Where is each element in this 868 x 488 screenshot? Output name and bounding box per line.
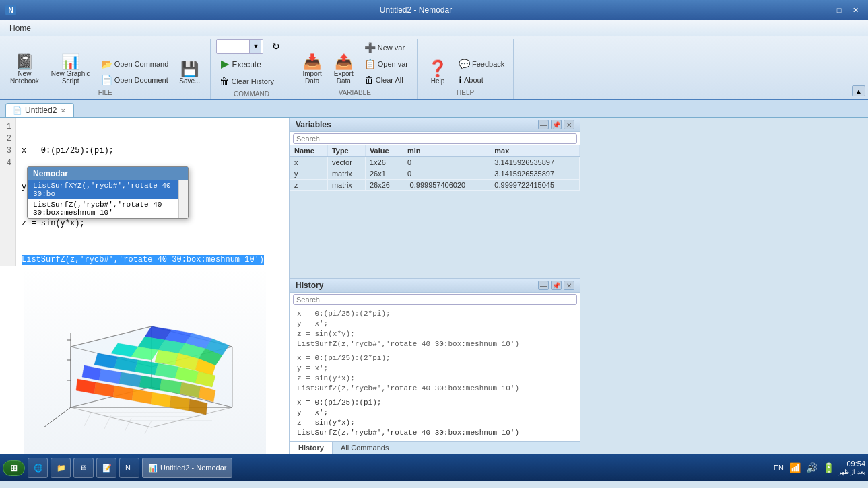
command-group-label: COMMAND [216,90,286,98]
minimize-button[interactable]: – [815,4,830,16]
table-row[interactable]: zmatrix26x26-0.9999574060200.99997224150… [290,180,580,191]
taskbar-lang-icon: EN [772,462,785,473]
history-entry[interactable]: ListSurfZ(z,'rycb#','rotate 40 30:box:me… [296,384,574,394]
history-entry[interactable]: x = 0:(pi/25):(2*pi); [296,309,574,319]
about-button[interactable]: ℹ About [455,73,508,88]
history-entry[interactable]: y = x'; [296,408,574,418]
export-label: Export Data [334,70,354,85]
help-button[interactable]: ❓ Help [423,58,453,88]
cell-name: y [290,168,327,180]
folder-button[interactable]: 📁 [51,458,71,478]
active-window-button[interactable]: 📊 Untitled2 - Nemodar [142,458,232,478]
execute-button[interactable]: ▶ Execute [216,56,270,72]
history-search-area [290,293,580,306]
clock-ampm: بعد از ظهر [838,468,865,477]
line-number: 2 [4,133,11,145]
import-button[interactable]: 📥 Import Data [298,52,326,88]
dropdown-arrow[interactable]: ▼ [249,40,261,53]
clear-all-label: Clear All [376,76,403,84]
open-command-button[interactable]: 📂 Open Command [98,57,172,71]
history-entry[interactable]: y = x'; [296,319,574,329]
col-name: Name [290,145,327,157]
open-document-label: Open Document [114,76,168,84]
maximize-button[interactable]: □ [832,4,846,16]
cell-min: 0 [403,168,490,180]
app-icon: N [5,5,16,15]
history-close-button[interactable]: ✕ [564,281,574,290]
window-controls: – □ ✕ [815,4,863,16]
history-panel-header: History — 📌 ✕ [290,279,580,293]
autocomplete-item-0[interactable]: ListSurfXYZ(,'rycb#','rotate 40 30:bo [28,180,178,199]
window-title: Untitled2 - Nemodar [16,5,815,15]
col-max: max [490,145,580,157]
tab-close-button[interactable]: × [59,106,66,114]
history-search-input[interactable] [293,294,577,305]
menu-bar: Home [0,20,868,36]
windows-icon: ⊞ [10,463,18,473]
clear-history-icon: 🗑 [220,76,229,87]
cell-type: vector [327,157,365,168]
open-document-button[interactable]: 📄 Open Document [98,73,172,88]
new-script-button[interactable]: 📊 New Graphic Script [46,52,95,88]
cell-min: -0.999957406020 [403,180,490,191]
history-entry[interactable]: z = sin(y*x); [296,418,574,428]
export-button[interactable]: 📤 Export Data [329,52,358,88]
history-entry[interactable]: ListSurfZ(z,'rycb#','rotate 40 30:box:me… [296,339,574,349]
cell-max: 3.1415926535897 [490,157,580,168]
clear-history-label: Clear History [231,77,274,85]
clear-all-button[interactable]: 🗑 Clear All [361,73,411,88]
media-button[interactable]: 🖥 [73,458,94,478]
clear-all-icon: 🗑 [364,75,374,85]
start-button[interactable]: ⊞ [3,460,25,476]
dropdown-refresh-button[interactable]: ↻ [266,39,286,54]
table-row[interactable]: ymatrix26x103.1415926535897 [290,168,580,180]
feedback-button[interactable]: 💬 Feedback [455,57,508,71]
col-type: Type [327,145,365,157]
tab-untitled2[interactable]: 📄 Untitled2 × [5,103,74,117]
table-row[interactable]: xvector1x2603.1415926535897 [290,157,580,168]
variables-panel-header: Variables — 📌 ✕ [290,118,580,132]
new-var-button[interactable]: ➕ New var [361,40,411,55]
autocomplete-popup: Nemodar ListSurfXYZ(,'rycb#','rotate 40 … [27,166,189,219]
new-notebook-button[interactable]: 📓 New Notebook [5,52,44,88]
command-dropdown[interactable]: ▼ [216,39,263,54]
autocomplete-header: Nemodar [28,167,188,180]
autocomplete-scrollbar[interactable] [178,180,188,218]
feedback-icon: 💬 [459,59,470,69]
history-entry[interactable]: x = 0:(pi/25):(2*pi); [296,353,574,363]
export-icon: 📤 [335,55,353,69]
ribbon-collapse-button[interactable]: ▲ [852,85,865,96]
plot-area [0,266,289,454]
3d-plot [24,266,266,454]
history-entry[interactable]: ListSurfZ(z,'rycb#','rotate 40 30:box:me… [296,428,574,438]
history-entry[interactable]: x = 0:(pi/25):(pi); [296,398,574,408]
open-var-button[interactable]: 📋 Open var [361,57,411,71]
variable-group-label: VARIABLE [298,89,411,96]
editor-pane: 1 2 3 4 x = 0:(pi/25):(pi); y = x'; z = … [0,118,290,454]
new-notebook-icon: 📓 [15,55,34,69]
history-tab-history[interactable]: History [290,442,333,454]
new-var-icon: ➕ [364,42,376,53]
variables-close-button[interactable]: ✕ [564,120,574,129]
history-tab-all-commands[interactable]: All Commands [333,442,398,454]
save-button[interactable]: 💾 Save... [174,59,205,88]
cell-name: x [290,157,327,168]
office-button[interactable]: 📝 [96,458,116,478]
variables-minimize-button[interactable]: — [538,120,549,129]
variables-pin-button[interactable]: 📌 [551,120,562,129]
menu-home[interactable]: Home [3,22,38,34]
ie-button[interactable]: 🌐 [28,458,48,478]
history-entry[interactable]: z = sin(y*x); [296,374,574,384]
history-entry[interactable]: y = x'; [296,363,574,374]
command-input[interactable] [217,42,249,51]
history-entry[interactable]: z = sin(x*y); [296,329,574,339]
history-pin-button[interactable]: 📌 [551,281,562,290]
autocomplete-item-1[interactable]: ListSurfZ(,'rycb#','rotate 40 30:box:mes… [28,199,178,218]
code-line-3: z = sin(y*x); [22,217,283,230]
title-bar: N Untitled2 - Nemodar – □ ✕ [0,0,868,20]
close-button[interactable]: ✕ [848,4,863,16]
clear-history-button[interactable]: 🗑 Clear History [216,74,277,89]
variables-search-input[interactable] [293,133,577,144]
history-minimize-button[interactable]: — [538,281,549,290]
nemodar-button[interactable]: N [119,458,139,478]
